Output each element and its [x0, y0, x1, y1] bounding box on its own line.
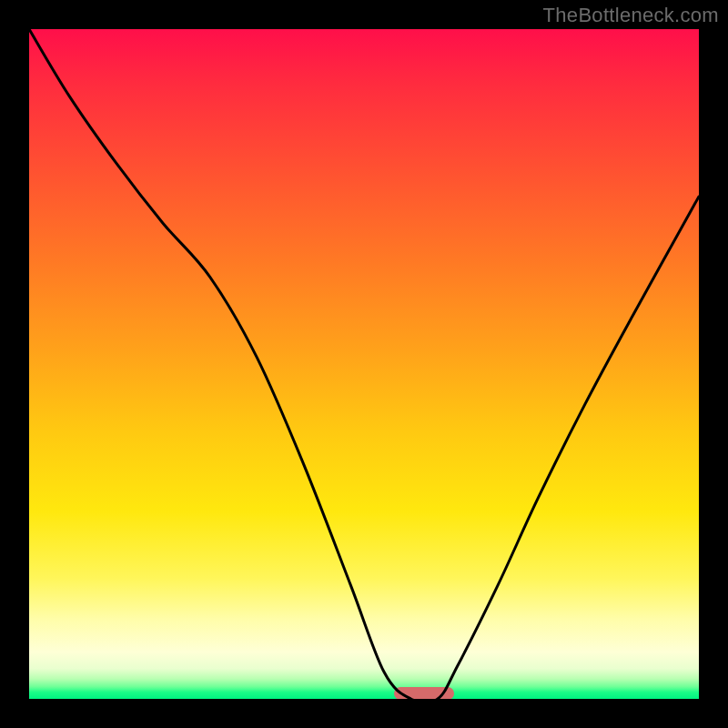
watermark-text: TheBottleneck.com	[543, 4, 719, 27]
plot-area	[29, 29, 699, 699]
chart-frame: TheBottleneck.com	[0, 0, 728, 728]
bottleneck-curve	[29, 29, 699, 699]
